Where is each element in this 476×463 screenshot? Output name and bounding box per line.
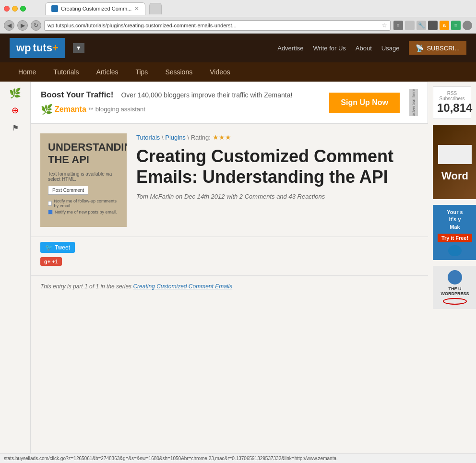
- nav-home[interactable]: Home: [10, 63, 45, 81]
- promo2-text: THE U WORDPRESS: [440, 286, 469, 296]
- breadcrumb-rating-label: Rating:: [191, 134, 211, 141]
- nav-articles[interactable]: Articles: [88, 63, 127, 81]
- checkbox-newposts-label: Notify me of new posts by email.: [55, 210, 117, 214]
- minimize-button[interactable]: [12, 6, 18, 12]
- promo-box-1-text: Your s It's y Mak: [447, 209, 463, 231]
- gplus-button-wrapper: g+ +1: [40, 257, 418, 266]
- breadcrumb: Tutorials \ Plugins \ Rating: ★★★: [136, 133, 418, 141]
- rss-box: RSS Subscribers 10,814: [433, 86, 471, 119]
- breadcrumb-tutorials[interactable]: Tutorials: [136, 134, 160, 141]
- wrench-icon[interactable]: 🔧: [416, 21, 426, 30]
- center-content: Boost Your Traffic! Over 140,000 blogger…: [31, 82, 428, 453]
- thumb-body: Text formatting is available via select …: [48, 171, 119, 182]
- back-button[interactable]: ◀: [4, 20, 14, 31]
- gplus-button[interactable]: g+ +1: [40, 257, 62, 266]
- status-bar: stats.buysellads.com/click.go?z=1265061&…: [0, 453, 476, 463]
- ad-banner: Boost Your Traffic! Over 140,000 blogger…: [31, 82, 428, 123]
- subscribe-button[interactable]: 📡 SUBSCRI...: [409, 41, 466, 55]
- checkbox-followup-box[interactable]: [48, 201, 52, 206]
- series-note-text: This entry is part 1 of 1 in the series: [40, 283, 131, 290]
- trademark-symbol: ™: [88, 107, 94, 112]
- checkbox-newposts: Notify me of new posts by email.: [48, 210, 119, 214]
- checkbox-followup: Notify me of follow-up comments by email…: [48, 199, 119, 208]
- browser-toolbar: ≡ 🔧 a ≡: [393, 21, 472, 30]
- breadcrumb-separator2: \: [188, 134, 191, 141]
- word-box-content: Word: [435, 142, 475, 182]
- subscribe-label: SUBSCRI...: [427, 45, 460, 52]
- advertise-tab[interactable]: advertise here: [409, 89, 418, 116]
- active-tab[interactable]: Creating Customized Comm... ✕: [45, 2, 145, 15]
- tweet-button-wrapper: 🐦 Tweet: [40, 242, 418, 253]
- nav-tips[interactable]: Tips: [127, 63, 156, 81]
- tab-close-icon[interactable]: ✕: [134, 5, 139, 12]
- close-button[interactable]: [4, 6, 10, 12]
- write-for-us-link[interactable]: Write for Us: [313, 45, 345, 52]
- body-row: 🌿 ⊕ ⚑ Boost Your Traffic! Over 140,000 b…: [0, 82, 476, 453]
- signup-button[interactable]: Sign Up Now: [329, 93, 400, 113]
- zemanta-tagline: blogging assistant: [95, 106, 145, 113]
- promo-circle-icon: [448, 245, 462, 256]
- status-text: stats.buysellads.com/click.go?z=1265061&…: [4, 456, 338, 461]
- title-bar: Creating Customized Comm... ✕: [0, 0, 476, 17]
- promo-box-1-cta[interactable]: Try it Free!: [438, 234, 472, 242]
- logo-wp: wp: [16, 42, 31, 54]
- extension-icon[interactable]: ≡: [451, 21, 461, 30]
- zemanta-logo: 🌿 Zemanta ™ blogging assistant: [41, 104, 292, 115]
- main-nav-links: Home Tutorials Articles Tips Sessions Vi…: [10, 63, 239, 81]
- rating-stars: ★★★: [213, 133, 231, 141]
- logo-plus: +: [52, 42, 59, 54]
- promo-box-1[interactable]: Your s It's y Mak Try it Free!: [433, 205, 476, 260]
- life-ring-icon[interactable]: ⊕: [9, 104, 22, 117]
- tweet-label: Tweet: [55, 244, 70, 251]
- thumb-post-button[interactable]: Post Comment: [48, 186, 88, 195]
- article-title: Creating Customized Comment Emails: Unde…: [136, 146, 418, 187]
- word-label: Word: [435, 170, 475, 182]
- usage-link[interactable]: Usage: [381, 45, 400, 52]
- amazon-icon[interactable]: a: [440, 21, 449, 30]
- social-section: 🐦 Tweet g+ +1: [31, 237, 428, 275]
- user-icon[interactable]: [463, 21, 472, 30]
- nav-videos[interactable]: Videos: [201, 63, 239, 81]
- tab-title: Creating Customized Comm...: [61, 6, 131, 12]
- right-sidebar: RSS Subscribers 10,814 Word Your s: [428, 82, 476, 453]
- advertise-link[interactable]: Advertise: [277, 45, 303, 52]
- refresh-button[interactable]: ↻: [31, 20, 41, 31]
- glasses-icon[interactable]: [428, 21, 438, 30]
- shield-icon[interactable]: [405, 21, 415, 30]
- address-bar[interactable]: wp.tutsplus.com/tutorials/plugins/creati…: [44, 20, 391, 31]
- bookmark-icon[interactable]: ☆: [381, 22, 387, 29]
- promo-box-2[interactable]: THE U WORDPRESS: [433, 266, 476, 309]
- thumb-content: UNDERSTANDING THE API Text formatting is…: [40, 133, 127, 227]
- ad-text: Boost Your Traffic! Over 140,000 blogger…: [41, 90, 292, 115]
- flag-icon[interactable]: ⚑: [9, 121, 22, 134]
- layers-icon[interactable]: ≡: [393, 21, 403, 30]
- maximize-button[interactable]: [20, 6, 26, 12]
- about-link[interactable]: About: [356, 45, 372, 52]
- breadcrumb-plugins[interactable]: Plugins: [165, 134, 186, 141]
- header-nav: Advertise Write for Us About Usage 📡 SUB…: [277, 41, 466, 55]
- rss-icon: 📡: [416, 44, 424, 52]
- forward-button[interactable]: ▶: [17, 20, 28, 31]
- word-box-minipreview: [435, 142, 475, 170]
- word-promo-box[interactable]: Word: [433, 125, 476, 199]
- twitter-icon: 🐦: [45, 244, 53, 251]
- traffic-lights: [4, 6, 26, 12]
- checkbox-followup-label: Notify me of follow-up comments by email…: [54, 199, 119, 208]
- article-meta: Tutorials \ Plugins \ Rating: ★★★ Creati…: [136, 133, 418, 200]
- article-thumbnail: UNDERSTANDING THE API Text formatting is…: [40, 133, 127, 227]
- logo-dropdown-button[interactable]: ▼: [73, 43, 84, 53]
- nav-sessions[interactable]: Sessions: [156, 63, 201, 81]
- site-logo[interactable]: wp tuts +: [10, 38, 65, 58]
- checkbox-newposts-box[interactable]: [48, 210, 53, 214]
- inactive-tab[interactable]: [149, 3, 162, 14]
- thumb-checkboxes: Notify me of follow-up comments by email…: [48, 199, 119, 214]
- rss-label: RSS Subscribers: [437, 91, 467, 101]
- zemanta-brand: Zemanta: [55, 105, 86, 114]
- rss-count: 10,814: [437, 101, 467, 115]
- series-note: This entry is part 1 of 1 in the series …: [31, 276, 428, 297]
- series-link[interactable]: Creating Customized Comment Emails: [133, 283, 232, 290]
- address-text: wp.tutsplus.com/tutorials/plugins/creati…: [48, 23, 380, 28]
- nav-tutorials[interactable]: Tutorials: [45, 63, 87, 81]
- promo2-circle-decoration: [443, 298, 467, 305]
- tweet-button[interactable]: 🐦 Tweet: [40, 242, 75, 253]
